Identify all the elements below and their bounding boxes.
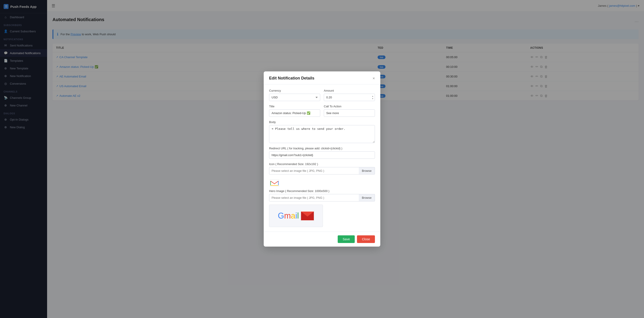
modal-footer: Save Close [264, 232, 380, 247]
amount-label: Amount [324, 89, 375, 92]
cta-label: Call To Action [324, 105, 375, 108]
currency-select[interactable]: USD EUR GBP [269, 94, 320, 101]
cta-group: Call To Action [324, 105, 375, 117]
close-button[interactable]: Close [357, 235, 375, 243]
modal-header: Edit Notification Details × [264, 71, 380, 84]
title-group: Title [269, 105, 320, 117]
redirect-input[interactable] [269, 151, 375, 159]
modal-overlay[interactable]: Edit Notification Details × Currency USD… [0, 0, 644, 318]
gmail-m-svg [270, 180, 279, 187]
icon-file-input[interactable] [269, 167, 359, 175]
hero-browse-button[interactable]: Browse [359, 194, 375, 202]
amount-group: Amount ▲ ▼ [324, 89, 375, 101]
spinner-buttons: ▲ ▼ [371, 95, 374, 100]
title-cta-row: Title Call To Action [269, 105, 375, 117]
title-input[interactable] [269, 109, 320, 117]
currency-amount-row: Currency USD EUR GBP Amount ▲ ▼ [269, 89, 375, 101]
gmail-envelope-svg [301, 211, 314, 221]
spinner-down[interactable]: ▼ [371, 97, 374, 100]
redirect-label: Redirect URL ( for tracking, please add:… [269, 147, 375, 150]
body-label: Body [269, 120, 375, 124]
icon-preview [269, 178, 280, 188]
modal-body: Currency USD EUR GBP Amount ▲ ▼ [264, 84, 380, 232]
currency-group: Currency USD EUR GBP [269, 89, 320, 101]
icon-browse-button[interactable]: Browse [359, 167, 375, 175]
currency-label: Currency [269, 89, 320, 92]
icon-file-row: Browse [269, 167, 375, 175]
redirect-group: Redirect URL ( for tracking, please add:… [269, 147, 375, 159]
hero-preview: Gmail [269, 205, 323, 227]
icon-group: Icon ( Recommended Size: 192x192 ) Brows… [269, 162, 375, 188]
title-label: Title [269, 105, 320, 108]
body-textarea[interactable]: ➜ Please tell us where to send your orde… [269, 125, 375, 143]
body-group: Body ➜ Please tell us where to send your… [269, 120, 375, 143]
modal-close-button[interactable]: × [372, 76, 375, 80]
amount-spinner: ▲ ▼ [324, 94, 375, 101]
cta-input[interactable] [324, 109, 375, 117]
spinner-up[interactable]: ▲ [371, 95, 374, 97]
gmail-hero-image: Gmail [278, 211, 314, 221]
hero-file-row: Browse [269, 194, 375, 202]
icon-label: Icon ( Recommended Size: 192x192 ) [269, 162, 375, 166]
amount-input[interactable] [324, 94, 375, 101]
hero-file-input[interactable] [269, 194, 359, 202]
edit-notification-modal: Edit Notification Details × Currency USD… [264, 71, 380, 247]
modal-title: Edit Notification Details [269, 76, 314, 81]
save-button[interactable]: Save [338, 235, 355, 243]
gmail-text: Gmail [278, 211, 299, 221]
hero-label: Hero Image ( Recommended Size: 1000x500 … [269, 189, 375, 193]
hero-group: Hero Image ( Recommended Size: 1000x500 … [269, 189, 375, 227]
